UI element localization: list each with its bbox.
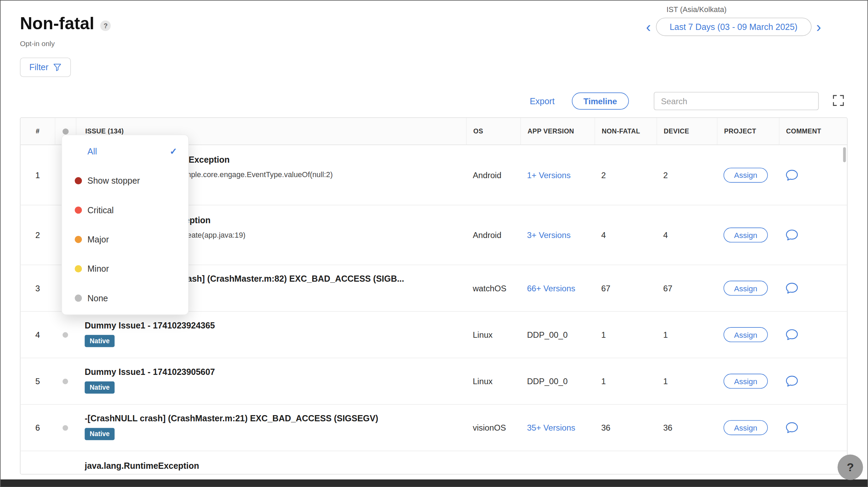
severity-dropdown-item-label: Minor [87,264,109,274]
timeline-button[interactable]: Timeline [572,93,629,110]
table-scrollbar[interactable] [843,147,846,162]
assign-button[interactable]: Assign [724,228,768,242]
row-number: 2 [35,230,40,240]
severity-dropdown-item-label: All [87,147,97,156]
device-count-cell: 2 [657,145,717,205]
project-cell: Assign [717,265,779,311]
col-os: OS [466,118,520,144]
severity-dot-icon[interactable] [63,332,68,337]
app-version-value[interactable]: 3+ Versions [527,230,571,240]
severity-dropdown-item-label: Critical [87,205,113,215]
comment-cell [779,312,847,358]
project-cell: Assign [717,312,779,358]
col-number: # [21,118,55,144]
native-badge: Native [85,381,115,393]
device-count-cell: 36 [657,405,717,451]
assign-button[interactable]: Assign [724,167,768,182]
severity-color-dot-icon [75,206,82,214]
title-help-icon[interactable]: ? [100,21,111,31]
os-cell: visionOS [466,405,520,451]
row-number-cell [21,451,55,475]
project-cell: Assign [717,145,779,205]
timezone-label: IST (Asia/Kolkata) [666,6,727,14]
project-cell: Assign [717,205,779,264]
app-version-cell: DDP_00_0 [520,312,595,358]
filter-button[interactable]: Filter [20,57,71,77]
check-icon: ✓ [170,146,177,157]
severity-dropdown-item[interactable]: Major [62,225,188,254]
app-version-value[interactable]: 1+ Versions [527,170,571,180]
filter-button-label: Filter [29,62,48,72]
app-version-cell: DDP_00_0 [520,358,595,404]
severity-dot-icon[interactable] [63,425,68,430]
app-window: Non-fatal ? Opt-in only IST (Asia/Kolkat… [0,0,868,487]
row-number-cell: 3 [21,265,55,311]
comment-icon[interactable] [785,329,798,340]
severity-filter-dropdown: All ✓ Show stopper Critical Major Minor … [62,134,189,315]
export-button[interactable]: Export [530,96,554,106]
severity-dropdown-item[interactable]: Minor [62,254,188,283]
severity-dropdown-item[interactable]: Show stopper [62,166,188,195]
severity-dropdown-item[interactable]: All ✓ [62,137,188,166]
app-version-value[interactable]: 66+ Versions [527,283,575,293]
severity-color-dot-icon [75,294,82,302]
assign-button[interactable]: Assign [724,420,768,435]
comment-icon[interactable] [785,422,798,434]
os-cell: Android [466,205,520,264]
issue-cell: Dummy Issue1 - 1741023905607 Native [76,358,466,404]
bottom-strip [1,479,868,487]
issue-cell: Dummy Issue1 - 1741023924365 Native [76,312,466,358]
fullscreen-icon[interactable] [832,95,844,107]
device-count-cell: 4 [657,205,717,264]
row-number-cell: 5 [21,358,55,404]
assign-button[interactable]: Assign [724,281,768,295]
comment-cell [779,205,847,264]
floating-help-button[interactable]: ? [837,455,863,480]
issue-title[interactable]: java.lang.RuntimeException [85,461,457,471]
date-next-chevron-icon[interactable]: › [816,21,821,33]
os-cell: Linux [466,312,520,358]
row-number: 5 [35,377,40,386]
comment-icon[interactable] [785,282,798,294]
row-severity-cell [55,405,76,451]
assign-button[interactable]: Assign [724,374,768,389]
col-device: DEVICE [657,118,717,144]
row-number: 1 [35,170,40,180]
col-project: PROJECT [717,118,779,144]
row-number-cell: 4 [21,312,55,358]
comment-icon[interactable] [785,169,798,181]
os-cell: Android [466,145,520,205]
issue-title[interactable]: -[CrashNULL crash] (CrashMaster.m:21) EX… [85,413,457,423]
issue-cell: java.lang.RuntimeException [76,451,466,475]
col-non-fatal: NON-FATAL [595,118,657,144]
issue-title[interactable]: Dummy Issue1 - 1741023905607 [85,367,457,377]
comment-icon[interactable] [785,375,798,387]
severity-dropdown-item[interactable]: None [62,283,188,313]
date-prev-chevron-icon[interactable]: ‹ [646,21,651,33]
row-number-cell: 6 [21,405,55,451]
comment-cell [602,451,847,475]
severity-dot-icon[interactable] [63,378,68,384]
comment-icon[interactable] [785,229,798,241]
severity-filter-dot-icon[interactable] [63,128,69,134]
search-input[interactable] [654,93,818,110]
os-cell: watchOS [466,265,520,311]
table-row: 4 Dummy Issue1 - 1741023924365 Native Li… [21,311,847,358]
project-cell [540,451,602,475]
app-version-cell [466,451,540,475]
date-range-button[interactable]: Last 7 Days (03 - 09 March 2025) [656,18,811,36]
non-fatal-count-cell: 36 [595,405,657,451]
assign-button[interactable]: Assign [724,327,768,342]
app-version-cell: 66+ Versions [520,265,595,311]
severity-dropdown-item[interactable]: Critical [62,195,188,225]
comment-cell [779,358,847,404]
non-fatal-count-cell: 1 [595,312,657,358]
non-fatal-count-cell: 2 [595,145,657,205]
app-version-value: DDP_00_0 [527,377,567,386]
page-header: Non-fatal ? [20,14,111,34]
issue-title[interactable]: Dummy Issue1 - 1741023924365 [85,321,457,331]
issue-cell: -[CrashNULL crash] (CrashMaster.m:21) EX… [76,405,466,451]
app-version-value[interactable]: 35+ Versions [527,423,575,432]
date-range-picker: ‹ Last 7 Days (03 - 09 March 2025) › [646,18,821,36]
col-app-version: APP VERSION [520,118,595,144]
